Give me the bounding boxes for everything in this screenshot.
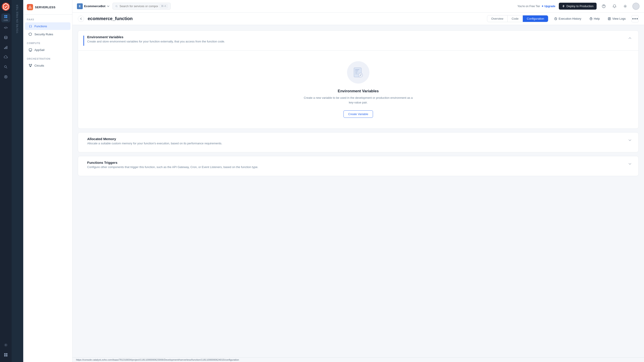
view-logs-button[interactable]: View Logs — [606, 16, 628, 22]
sidebar-item-appsail[interactable]: AppSail — [25, 46, 70, 54]
app-letter-badge: E — [77, 3, 83, 9]
page-title: ecommerce_function — [88, 16, 484, 21]
section-env-subtitle: Create and store environment variables f… — [87, 40, 225, 43]
env-empty-description: Create a new variable to be used in the … — [302, 96, 414, 105]
view-logs-label: View Logs — [612, 17, 626, 20]
section-env-text: Environment Variables Create and store e… — [87, 35, 225, 46]
serverless-logo-icon — [27, 4, 33, 10]
sidebar-section-orchestration: ORCHESTRATION — [23, 54, 72, 61]
section-memory-text: Allocated Memory Allocate a suitable cus… — [87, 137, 222, 148]
env-variables-icon: {} _ = — [352, 67, 364, 78]
env-collapse-toggle[interactable] — [627, 35, 633, 42]
settings-gear-button[interactable] — [622, 3, 629, 10]
svg-point-9 — [4, 75, 8, 78]
services-panel: You're on Free Tier — [12, 0, 23, 362]
section-triggers-header[interactable]: Functions Triggers Configure other compo… — [78, 156, 638, 176]
app-name: EcommerceBot — [84, 4, 105, 8]
chevron-down-icon — [628, 138, 632, 142]
section-left-bar — [84, 35, 84, 46]
svg-point-11 — [5, 345, 6, 346]
tier-text: You're on Free Tier — [518, 5, 540, 8]
content-header: ecommerce_function Overview Code Configu… — [72, 12, 644, 25]
section-allocated-memory-header[interactable]: Allocated Memory Allocate a suitable cus… — [78, 132, 638, 152]
user-avatar[interactable] — [632, 3, 640, 10]
section-memory-title: Allocated Memory — [87, 137, 222, 141]
help-label: Help — [594, 17, 600, 20]
chevron-up-icon — [628, 36, 632, 40]
memory-expand-toggle[interactable] — [627, 137, 633, 144]
svg-rect-33 — [355, 71, 358, 71]
section-triggers-subtitle: Configure other components that trigger … — [87, 165, 258, 169]
chevron-down-icon — [107, 5, 110, 8]
create-variable-button[interactable]: Create Variable — [344, 110, 373, 118]
upgrade-button[interactable]: ✦ Upgrade — [541, 5, 555, 8]
section-env-variables: Environment Variables Create and store e… — [78, 30, 639, 129]
status-bar: https://console.catalyst.zoho.com/baas/7… — [72, 357, 644, 362]
sidebar-item-circuits[interactable]: Circuits — [25, 62, 70, 69]
triggers-expand-toggle[interactable] — [627, 161, 633, 168]
svg-point-28 — [632, 18, 634, 19]
execution-history-button[interactable]: Execution History — [552, 16, 584, 22]
svg-rect-2 — [4, 17, 6, 18]
notifications-bell-button[interactable] — [611, 3, 618, 10]
section-memory-subtitle: Allocate a suitable custom memory for yo… — [87, 142, 222, 145]
back-button[interactable] — [78, 16, 84, 22]
env-variables-illustration: {} _ = — [347, 61, 370, 84]
rail-item-tools[interactable] — [1, 341, 10, 350]
env-variables-empty-state: {} _ = Environment Variables Create a ne… — [78, 50, 638, 128]
app-badge[interactable]: E EcommerceBot — [77, 3, 110, 9]
section-triggers-title: Functions Triggers — [87, 161, 258, 164]
rail-item-settings-circle[interactable] — [1, 72, 10, 81]
logs-icon — [608, 17, 611, 20]
svg-rect-6 — [5, 47, 6, 49]
rail-item-code[interactable] — [1, 23, 10, 32]
svg-point-29 — [634, 18, 636, 19]
deploy-to-production-button[interactable]: Deploy to Production — [559, 3, 596, 9]
back-arrow-icon — [80, 17, 82, 20]
sidebar-item-security-rules[interactable]: Security Rules — [25, 30, 70, 38]
rail-item-database[interactable] — [1, 33, 10, 42]
svg-point-4 — [4, 36, 8, 37]
section-allocated-memory: Allocated Memory Allocate a suitable cus… — [78, 132, 639, 152]
search-box[interactable]: ⌘+K — [112, 3, 170, 9]
search-icon — [116, 5, 118, 8]
rail-item-services[interactable]: code — [1, 13, 10, 22]
svg-point-10 — [5, 76, 6, 77]
help-button[interactable]: Help — [587, 16, 602, 22]
env-empty-title: Environment Variables — [338, 89, 378, 93]
svg-rect-3 — [6, 17, 7, 18]
svg-rect-13 — [6, 353, 8, 355]
svg-rect-5 — [4, 48, 5, 49]
svg-point-30 — [636, 18, 638, 19]
rail-item-services-label: code — [4, 19, 8, 21]
svg-point-8 — [4, 66, 6, 68]
sidebar-item-security-rules-label: Security Rules — [34, 33, 53, 36]
sidebar-item-functions[interactable]: {} Functions — [25, 22, 70, 30]
sidebar-section-faas: FAAS — [23, 14, 72, 22]
section-functions-triggers: Functions Triggers Configure other compo… — [78, 156, 639, 176]
rail-item-analytics[interactable] — [1, 43, 10, 52]
svg-point-24 — [624, 5, 626, 7]
gear-icon — [623, 4, 627, 8]
svg-rect-14 — [4, 355, 6, 357]
rail-item-cloud[interactable] — [1, 53, 10, 62]
icon-rail: code — [0, 0, 12, 362]
zoho-logo[interactable] — [2, 3, 10, 11]
header-actions: Execution History Help View Logs — [552, 15, 639, 22]
more-options-button[interactable] — [632, 15, 639, 22]
tab-configuration[interactable]: Configuration — [523, 15, 548, 22]
svg-rect-7 — [7, 46, 8, 49]
topbar: E EcommerceBot ⌘+K You're on Free Tier ✦… — [72, 0, 644, 12]
tab-overview[interactable]: Overview — [487, 15, 508, 22]
more-dots-icon — [632, 15, 638, 22]
section-env-header-content: Environment Variables Create and store e… — [84, 35, 627, 46]
rail-item-search-circle[interactable] — [1, 62, 10, 71]
status-url: https://console.catalyst.zoho.com/baas/7… — [76, 359, 239, 361]
help-icon-button[interactable] — [600, 3, 607, 10]
history-icon — [554, 17, 557, 20]
tab-code[interactable]: Code — [508, 15, 523, 22]
search-input[interactable] — [120, 4, 158, 8]
sidebar-item-circuits-label: Circuits — [34, 64, 44, 67]
tier-badge: You're on Free Tier ✦ Upgrade — [518, 5, 555, 8]
rail-item-grid[interactable] — [1, 350, 10, 359]
